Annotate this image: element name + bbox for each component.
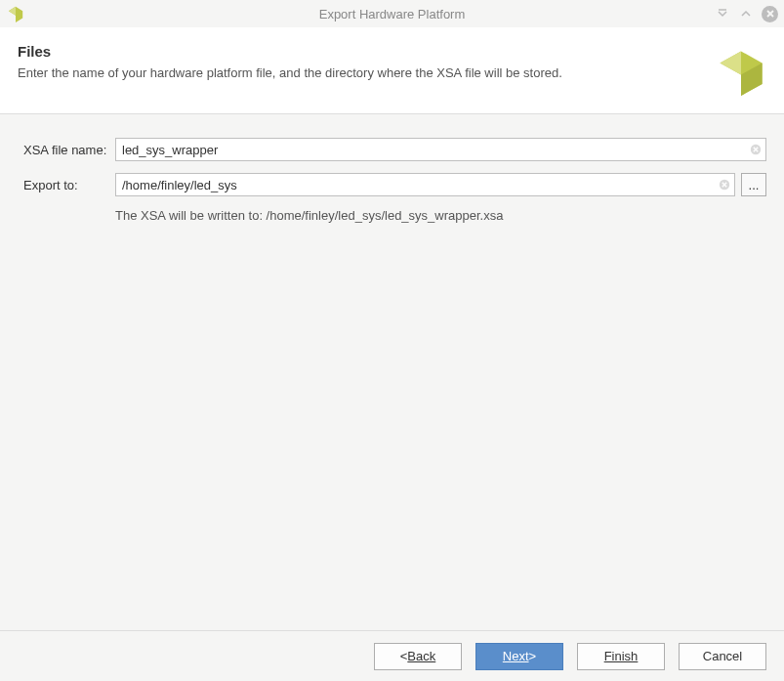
window-controls [715, 6, 778, 22]
svg-marker-1 [9, 7, 16, 16]
back-button-label: Back [407, 649, 435, 663]
close-icon[interactable] [762, 6, 778, 22]
window-title: Export Hardware Platform [319, 7, 466, 21]
xsa-filename-row: XSA file name: [23, 138, 766, 161]
export-to-label: Export to: [23, 178, 115, 192]
output-path-hint: The XSA will be written to: /home/finley… [115, 208, 766, 223]
export-to-row: Export to: ... [23, 173, 766, 196]
minimize-icon[interactable] [715, 6, 730, 21]
browse-button[interactable]: ... [741, 173, 766, 196]
xsa-filename-label: XSA file name: [23, 143, 115, 157]
export-to-input[interactable] [115, 173, 735, 196]
back-button[interactable]: < Back [374, 643, 462, 670]
next-button-label: Next [503, 649, 529, 663]
next-button[interactable]: Next > [475, 643, 563, 670]
wizard-logo-icon [716, 47, 766, 98]
page-title: Files [18, 43, 562, 60]
titlebar: Export Hardware Platform [0, 0, 784, 27]
finish-button-label: Finish [604, 649, 639, 663]
app-icon [6, 4, 25, 23]
cancel-button-label: Cancel [703, 649, 742, 663]
export-to-input-wrap [115, 173, 735, 196]
xsa-filename-input[interactable] [115, 138, 766, 161]
page-subtitle: Enter the name of your hardware platform… [18, 65, 562, 80]
xsa-filename-input-wrap [115, 138, 766, 161]
svg-marker-6 [720, 51, 741, 74]
clear-icon[interactable] [718, 178, 731, 192]
finish-button[interactable]: Finish [577, 643, 665, 670]
cancel-button[interactable]: Cancel [679, 643, 766, 670]
wizard-header-text: Files Enter the name of your hardware pl… [18, 43, 562, 80]
clear-icon[interactable] [749, 143, 763, 156]
wizard-header: Files Enter the name of your hardware pl… [0, 27, 784, 114]
wizard-footer: < Back Next > Finish Cancel [0, 630, 784, 681]
form-area: XSA file name: Export to: ... The XSA wi… [0, 114, 784, 223]
maximize-icon[interactable] [738, 6, 754, 21]
